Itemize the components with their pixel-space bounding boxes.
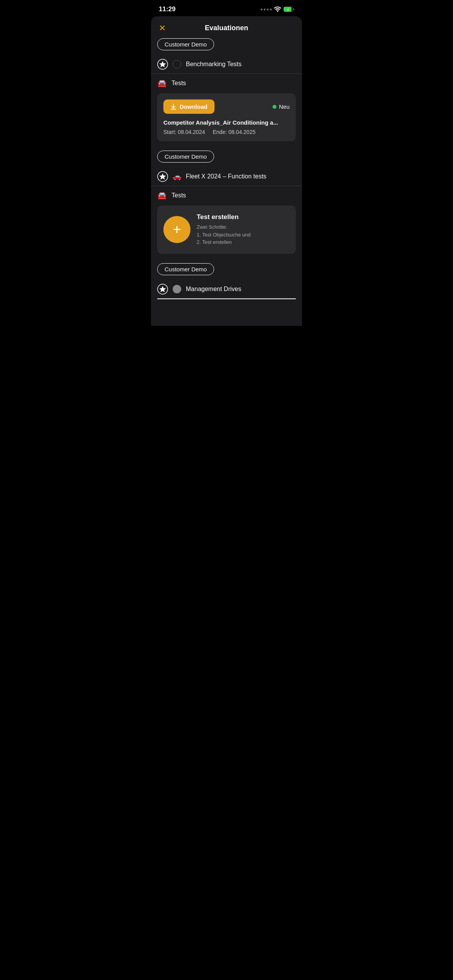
category-label-3: Management Drives (186, 286, 241, 293)
test-card-1: Download Neu Competitor Analysis_Air Con… (157, 93, 296, 141)
status-icons: ⚡ (261, 7, 294, 12)
create-steps: Zwei Schritte:1. Test Objectsuche und2. … (197, 223, 251, 246)
close-button[interactable]: ✕ (159, 23, 166, 33)
category-row-1: Benchmarking Tests (151, 55, 302, 74)
test-name-1: Competitor Analysis_Air Conditioning a..… (163, 119, 290, 126)
star-icon-3 (157, 284, 168, 295)
download-icon (170, 104, 177, 110)
emoji-car-2: 🚗 (173, 172, 181, 181)
category-row-2: 🚗 Fleet X 2024 – Function tests (151, 167, 302, 186)
section-1: Customer Demo Benchmarking Tests 🚘 Tests (151, 38, 302, 151)
modal: ✕ Evaluationen Customer Demo Benchmarkin… (151, 16, 302, 326)
modal-title: Evaluationen (205, 24, 248, 32)
status-dot-green-1 (273, 105, 276, 109)
category-dot-gray-3 (173, 285, 181, 293)
svg-text:⚡: ⚡ (286, 8, 290, 12)
download-button-1[interactable]: Download (163, 99, 214, 114)
underline-3 (157, 298, 296, 299)
star-icon-2 (157, 171, 168, 182)
end-date-1: Ende: 08.04.2025 (213, 129, 256, 135)
create-plus-circle: + (163, 216, 190, 243)
section-3: Customer Demo Management Drives (151, 263, 302, 308)
test-dates-1: Start: 08.04.2024 Ende: 08.04.2025 (163, 129, 290, 135)
car-icon-2: 🚘 (157, 191, 167, 200)
modal-header: ✕ Evaluationen (151, 16, 302, 38)
start-date-1: Start: 08.04.2024 (163, 129, 205, 135)
create-title: Test erstellen (197, 213, 251, 221)
svg-marker-8 (160, 286, 166, 292)
create-text: Test erstellen Zwei Schritte:1. Test Obj… (197, 213, 251, 246)
star-icon-1 (157, 59, 168, 70)
car-icon-1: 🚘 (157, 79, 167, 88)
tests-row-1: 🚘 Tests (151, 74, 302, 91)
wifi-icon (274, 7, 281, 12)
tests-label-2: Tests (172, 192, 186, 199)
customer-badge-2[interactable]: Customer Demo (157, 151, 214, 163)
customer-badge-1[interactable]: Customer Demo (157, 38, 214, 50)
create-card-1[interactable]: + Test erstellen Zwei Schritte:1. Test O… (157, 206, 296, 254)
tests-label-1: Tests (172, 80, 186, 87)
signal-icon (261, 9, 272, 10)
customer-badge-3[interactable]: Customer Demo (157, 263, 214, 275)
status-time: 11:29 (159, 5, 175, 13)
section-2: Customer Demo 🚗 Fleet X 2024 – Function … (151, 151, 302, 263)
test-card-header-1: Download Neu (163, 99, 290, 114)
tests-row-2: 🚘 Tests (151, 186, 302, 203)
category-label-2: Fleet X 2024 – Function tests (186, 173, 266, 180)
svg-marker-6 (160, 173, 166, 180)
category-row-3: Management Drives (151, 280, 302, 298)
category-dot-black-1 (173, 60, 181, 69)
status-bar: 11:29 ⚡ (151, 0, 302, 16)
svg-marker-4 (160, 61, 166, 67)
battery-icon: ⚡ (283, 7, 294, 12)
category-label-1: Benchmarking Tests (186, 61, 242, 68)
status-badge-1: Neu (273, 103, 290, 110)
